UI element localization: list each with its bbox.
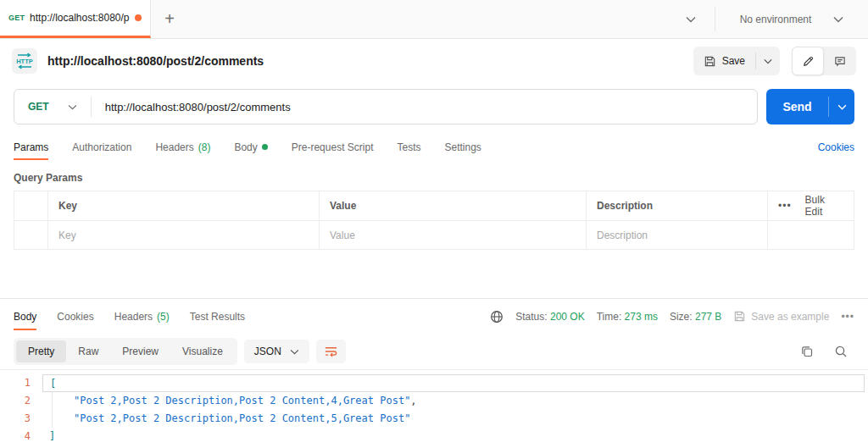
chevron-down-icon [68,104,77,110]
copy-icon [800,345,814,358]
request-title-bar: HTTP http://localhost:8080/post/2/commen… [0,39,868,83]
new-tab-button[interactable]: + [151,0,188,38]
tab-tests[interactable]: Tests [397,130,420,163]
send-options-chevron-icon[interactable] [829,89,854,124]
method-label: GET [28,101,49,113]
tab-body[interactable]: Body [234,130,267,163]
table-row: Key Value Description [14,220,854,249]
value-column-header: Value [320,191,587,220]
code-line: 4 ] [0,428,868,445]
tab-title: http://localhost:8080/p [30,12,129,24]
method-selector[interactable]: GET [14,101,91,113]
chevron-down-icon [290,349,299,355]
params-more-button[interactable]: ••• [778,200,792,212]
size-badge: Size: 277 B [670,311,721,323]
view-preview[interactable]: Preview [110,340,170,362]
save-options-chevron-icon[interactable] [756,58,780,64]
url-row: GET http://localhost:8080/post/2/comment… [0,83,868,130]
key-input[interactable]: Key [48,221,320,249]
response-toolbar: Pretty Raw Preview Visualize JSON [0,334,868,369]
tab-method-badge: GET [8,14,25,22]
description-input[interactable]: Description [587,221,768,249]
save-icon [704,55,716,68]
request-title: http://localhost:8080/post/2/comments [47,54,264,68]
response-tabs: Body Cookies Headers(5) Test Results Sta… [0,298,868,334]
comments-button[interactable] [824,47,856,75]
request-tabs: Params Authorization Headers(8) Body Pre… [0,130,868,163]
table-actions: ••• Bulk Edit [768,191,854,220]
search-icon [834,345,848,358]
format-selector[interactable]: JSON [244,340,309,363]
tab-options-chevron-icon[interactable] [667,0,715,38]
line-number: 2 [0,392,42,410]
copy-button[interactable] [793,341,821,362]
response-body-editor[interactable]: 1 [ 2 "Post 2,Post 2 Description,Post 2 … [0,369,868,448]
table-header-row: Key Value Description ••• Bulk Edit [14,191,854,220]
save-button-group: Save [693,47,780,75]
url-box: GET http://localhost:8080/post/2/comment… [14,89,758,124]
tab-settings[interactable]: Settings [445,130,481,163]
status-badge: Status: 200 OK [515,311,584,323]
view-visualize[interactable]: Visualize [170,340,235,362]
tab-headers[interactable]: Headers(8) [155,130,210,163]
send-button[interactable]: Send [766,89,854,124]
response-tab-headers[interactable]: Headers(5) [114,299,170,334]
title-actions-group [792,47,856,75]
tab-strip: GET http://localhost:8080/p + No environ… [0,0,868,39]
bulk-edit-button[interactable]: Bulk Edit [805,194,843,218]
response-tab-cookies[interactable]: Cookies [57,299,93,334]
search-button[interactable] [827,341,854,362]
network-globe-icon[interactable] [490,310,504,324]
environment-label: No environment [740,14,812,25]
cookies-link[interactable]: Cookies [818,141,854,153]
line-number: 1 [0,374,42,392]
comment-icon [833,55,847,68]
pencil-icon [802,55,815,68]
description-column-header: Description [587,191,768,220]
query-params-table: Key Value Description ••• Bulk Edit Key … [14,191,854,250]
checkbox-column [14,191,48,220]
tab-authorization[interactable]: Authorization [72,130,131,163]
environment-selector[interactable]: No environment [715,0,868,38]
tab-pre-request-script[interactable]: Pre-request Script [292,130,374,163]
response-tab-body[interactable]: Body [14,299,36,334]
save-label: Save [722,55,745,67]
edit-button[interactable] [792,47,824,75]
url-input[interactable]: http://localhost:8080/post/2/comments [92,101,757,113]
save-icon [733,310,746,323]
line-wrap-button[interactable] [316,340,346,363]
value-input[interactable]: Value [320,221,587,249]
view-raw[interactable]: Raw [66,340,110,362]
unsaved-changes-dot [135,14,142,21]
key-column-header: Key [48,191,320,220]
code-line: 1 [ [0,374,868,392]
indent-guide [52,392,53,410]
code-line: 3 "Post 2,Post 2 Description,Post 2 Cont… [0,410,868,428]
line-number: 4 [0,428,42,445]
svg-text:HTTP: HTTP [16,58,33,65]
code-line: 2 "Post 2,Post 2 Description,Post 2 Cont… [0,392,868,410]
indent-guide [52,410,53,428]
http-request-icon: HTTP [12,48,37,74]
body-set-dot [262,144,268,150]
response-more-button[interactable]: ••• [841,311,854,323]
save-as-example-button[interactable]: Save as example [733,310,829,323]
request-tab[interactable]: GET http://localhost:8080/p [0,0,151,38]
chevron-down-icon [833,16,843,23]
line-number: 3 [0,410,42,428]
line-wrap-icon [324,346,338,357]
query-params-title: Query Params [0,163,868,191]
save-button[interactable]: Save [693,55,755,68]
view-pretty[interactable]: Pretty [16,340,66,362]
response-tab-test-results[interactable]: Test Results [190,299,245,334]
response-meta: Status: 200 OK Time: 273 ms Size: 277 B … [490,310,854,324]
time-badge: Time: 273 ms [597,311,658,323]
tab-params[interactable]: Params [14,130,48,163]
view-mode-switcher: Pretty Raw Preview Visualize [14,338,237,365]
row-checkbox-cell [14,221,48,249]
